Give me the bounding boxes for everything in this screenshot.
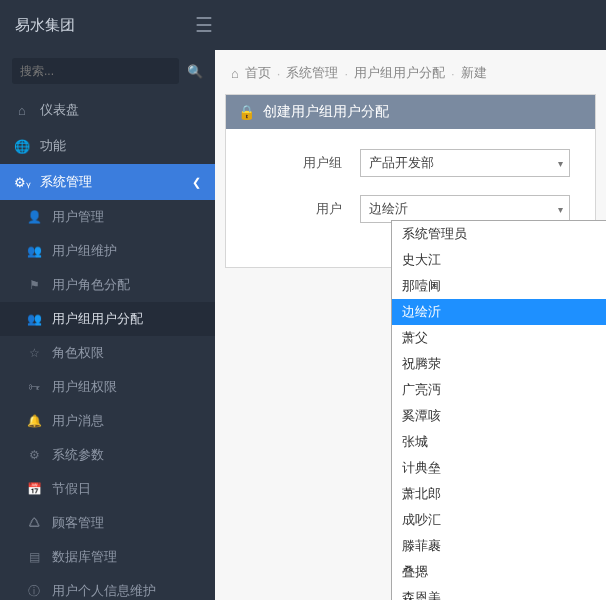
flag-icon: ⚑ bbox=[26, 278, 42, 292]
nav-functions[interactable]: 🌐 功能 bbox=[0, 128, 215, 164]
breadcrumb-new: 新建 bbox=[461, 64, 487, 82]
sub-holiday[interactable]: 📅 节假日 bbox=[0, 472, 215, 506]
breadcrumb-page[interactable]: 用户组用户分配 bbox=[354, 64, 445, 82]
user-icon: 👤 bbox=[26, 210, 42, 224]
group-select-value: 产品开发部 bbox=[369, 154, 434, 172]
sub-profile-maintenance-label: 用户个人信息维护 bbox=[52, 582, 156, 600]
user-select[interactable]: 边绘沂 ▾ bbox=[360, 195, 570, 223]
user-option[interactable]: 成吵汇 bbox=[392, 507, 606, 533]
sub-user-messages[interactable]: 🔔 用户消息 bbox=[0, 404, 215, 438]
user-option[interactable]: 那噎阃 bbox=[392, 273, 606, 299]
calendar-icon: 📅 bbox=[26, 482, 42, 496]
sub-user-management[interactable]: 👤 用户管理 bbox=[0, 200, 215, 234]
user-label: 用户 bbox=[250, 200, 360, 218]
user-option[interactable]: 张城 bbox=[392, 429, 606, 455]
bell-icon: 🔔 bbox=[26, 414, 42, 428]
sub-role-assign[interactable]: ⚑ 用户角色分配 bbox=[0, 268, 215, 302]
sub-role-permission-label: 角色权限 bbox=[52, 344, 104, 362]
nav-dashboard[interactable]: ⌂ 仪表盘 bbox=[0, 92, 215, 128]
nav-system-label: 系统管理 bbox=[40, 173, 92, 191]
globe-icon: 🌐 bbox=[14, 139, 30, 154]
user-option[interactable]: 边绘沂 bbox=[392, 299, 606, 325]
user-option[interactable]: 祝腾荥 bbox=[392, 351, 606, 377]
user-option[interactable]: 史大江 bbox=[392, 247, 606, 273]
dashboard-icon: ⌂ bbox=[14, 103, 30, 118]
sub-profile-maintenance[interactable]: ⓘ 用户个人信息维护 bbox=[0, 574, 215, 600]
sliders-icon: ⚙ bbox=[26, 448, 42, 462]
user-option[interactable]: 萧北郎 bbox=[392, 481, 606, 507]
breadcrumb: ⌂ 首页 · 系统管理 · 用户组用户分配 · 新建 bbox=[215, 50, 606, 94]
nav-dashboard-label: 仪表盘 bbox=[40, 101, 79, 119]
sub-role-permission[interactable]: ☆ 角色权限 bbox=[0, 336, 215, 370]
panel-title: 创建用户组用户分配 bbox=[263, 103, 389, 121]
database-icon: ▤ bbox=[26, 550, 42, 564]
sub-system-params-label: 系统参数 bbox=[52, 446, 104, 464]
user-select-value: 边绘沂 bbox=[369, 200, 408, 218]
user-option[interactable]: 计典垒 bbox=[392, 455, 606, 481]
sub-group-user-assign[interactable]: 👥 用户组用户分配 bbox=[0, 302, 215, 336]
sub-group-maintenance[interactable]: 👥 用户组维护 bbox=[0, 234, 215, 268]
breadcrumb-home[interactable]: 首页 bbox=[245, 64, 271, 82]
chevron-left-icon: ❮ bbox=[192, 176, 201, 189]
star-icon: ☆ bbox=[26, 346, 42, 360]
menu-toggle-icon[interactable]: ☰ bbox=[195, 13, 213, 37]
main-content: ⌂ 首页 · 系统管理 · 用户组用户分配 · 新建 🔒 创建用户组用户分配 用… bbox=[215, 50, 606, 600]
nav-functions-label: 功能 bbox=[40, 137, 66, 155]
user-option[interactable]: 叠摁 bbox=[392, 559, 606, 585]
info-icon: ⓘ bbox=[26, 583, 42, 600]
user-option[interactable]: 广亮沔 bbox=[392, 377, 606, 403]
sub-database-management[interactable]: ▤ 数据库管理 bbox=[0, 540, 215, 574]
user-option[interactable]: 森恩美 bbox=[392, 585, 606, 600]
gears-icon: ⚙ᵧ bbox=[14, 175, 30, 190]
nav-system-management[interactable]: ⚙ᵧ 系统管理 ❮ bbox=[0, 164, 215, 200]
sub-role-assign-label: 用户角色分配 bbox=[52, 276, 130, 294]
customer-icon: 🛆 bbox=[26, 516, 42, 530]
sub-customer-management-label: 顾客管理 bbox=[52, 514, 104, 532]
sub-customer-management[interactable]: 🛆 顾客管理 bbox=[0, 506, 215, 540]
search-input[interactable] bbox=[12, 58, 179, 84]
user-option[interactable]: 滕菲裹 bbox=[392, 533, 606, 559]
users-icon: 👥 bbox=[26, 244, 42, 258]
chevron-down-icon: ▾ bbox=[558, 204, 563, 215]
lock-icon: 🔒 bbox=[238, 104, 255, 120]
user-option[interactable]: 系统管理员 bbox=[392, 221, 606, 247]
sub-group-permission[interactable]: 🗝 用户组权限 bbox=[0, 370, 215, 404]
sub-holiday-label: 节假日 bbox=[52, 480, 91, 498]
chevron-down-icon: ▾ bbox=[558, 158, 563, 169]
breadcrumb-sys[interactable]: 系统管理 bbox=[286, 64, 338, 82]
sub-database-management-label: 数据库管理 bbox=[52, 548, 117, 566]
breadcrumb-sep: · bbox=[451, 66, 455, 81]
group-select[interactable]: 产品开发部 ▾ bbox=[360, 149, 570, 177]
breadcrumb-sep: · bbox=[277, 66, 281, 81]
brand-title: 易水集团 bbox=[15, 16, 195, 35]
search-icon[interactable]: 🔍 bbox=[187, 64, 203, 79]
group-label: 用户组 bbox=[250, 154, 360, 172]
breadcrumb-sep: · bbox=[344, 66, 348, 81]
key-icon: 🗝 bbox=[26, 380, 42, 394]
sub-group-maintenance-label: 用户组维护 bbox=[52, 242, 117, 260]
sub-user-management-label: 用户管理 bbox=[52, 208, 104, 226]
user-option[interactable]: 奚潭咳 bbox=[392, 403, 606, 429]
user-option[interactable]: 萧父 bbox=[392, 325, 606, 351]
sidebar: 🔍 ⌂ 仪表盘 🌐 功能 ⚙ᵧ 系统管理 ❮ 👤 用户管理 👥 用户 bbox=[0, 50, 215, 600]
group-assign-icon: 👥 bbox=[26, 312, 42, 326]
sub-group-permission-label: 用户组权限 bbox=[52, 378, 117, 396]
sub-user-messages-label: 用户消息 bbox=[52, 412, 104, 430]
home-icon[interactable]: ⌂ bbox=[231, 66, 239, 81]
user-dropdown[interactable]: 系统管理员史大江那噎阃边绘沂萧父祝腾荥广亮沔奚潭咳张城计典垒萧北郎成吵汇滕菲裹叠… bbox=[391, 220, 606, 600]
sub-system-params[interactable]: ⚙ 系统参数 bbox=[0, 438, 215, 472]
sub-group-user-assign-label: 用户组用户分配 bbox=[52, 310, 143, 328]
